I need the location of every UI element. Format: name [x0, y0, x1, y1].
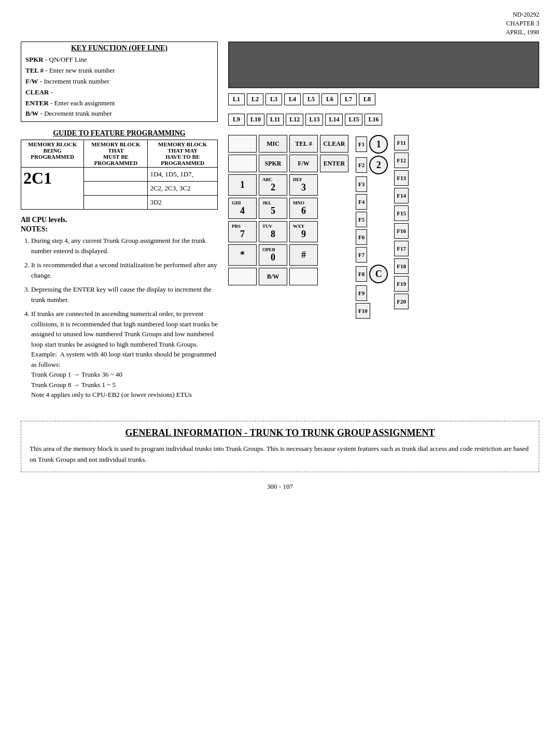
guide-col3-header: MEMORY BLOCK THAT MAYHAVE TO BE PROGRAMM… — [148, 140, 218, 168]
empty-box-0 — [228, 135, 257, 153]
guide-col3-val3: 3D2 — [148, 196, 218, 210]
f3-row: F3 — [356, 176, 388, 192]
f12-btn[interactable]: F12 — [394, 153, 409, 168]
key-7[interactable]: PRS 7 — [228, 221, 257, 242]
keypad-row5: B/W — [228, 268, 348, 285]
key-hash[interactable]: # — [289, 244, 318, 266]
f1-btn[interactable]: F1 — [356, 136, 367, 152]
f13-btn[interactable]: F13 — [394, 170, 409, 186]
tel-btn[interactable]: TEL # — [289, 135, 318, 153]
kf-item-3: F/W - Increment trunk number — [25, 76, 213, 87]
l-buttons-row1: L1 L2 L3 L4 L5 L6 L7 L8 — [228, 93, 539, 105]
f10-row: F10 — [356, 303, 388, 319]
fw-btn[interactable]: F/W — [289, 155, 318, 172]
l12-btn[interactable]: L12 — [286, 114, 303, 126]
guide-col2-val3 — [84, 196, 148, 210]
kf-item-2: TEL # - Enter new trunk number — [25, 65, 213, 76]
key-2[interactable]: ABC 2 — [259, 174, 287, 196]
l13-btn[interactable]: L13 — [305, 114, 323, 126]
bw-btn[interactable]: B/W — [259, 268, 287, 285]
circle-c-btn[interactable]: C — [369, 265, 388, 283]
keypad-row1: 1 ABC 2 DEF 3 — [228, 174, 348, 196]
f7-btn[interactable]: F7 — [356, 247, 367, 263]
empty-box-3 — [289, 268, 318, 285]
f6-btn[interactable]: F6 — [356, 229, 367, 245]
f7-row: F7 — [356, 247, 388, 263]
f19-btn[interactable]: F19 — [394, 276, 409, 292]
f14-btn[interactable]: F14 — [394, 188, 409, 203]
key-5[interactable]: JKL 5 — [259, 198, 287, 219]
spkr-btn[interactable]: SPKR — [259, 155, 287, 172]
key-4[interactable]: GHI 4 — [228, 198, 257, 219]
l9-btn[interactable]: L9 — [228, 114, 245, 126]
main-layout: KEY FUNCTION (OFF LINE) SPKR - QN/OFF Li… — [21, 42, 539, 405]
l5-btn[interactable]: L5 — [303, 93, 319, 105]
f15-btn[interactable]: F15 — [394, 205, 409, 221]
guide-col1-header: MEMORY BLOCK BEINGPROGRAMMED — [21, 140, 84, 168]
f20-btn[interactable]: F20 — [394, 294, 409, 309]
page-number: 300 - 107 — [21, 483, 539, 491]
kf-item-6: B/W - Decrement trunk number — [25, 108, 213, 119]
f4-row: F4 — [356, 194, 388, 210]
l3-btn[interactable]: L3 — [265, 93, 282, 105]
general-info-body: This area of the memory block is used to… — [30, 444, 530, 465]
guide-title: GUIDE TO FEATURE PROGRAMMING — [21, 129, 218, 137]
general-info-section: GENERAL INFORMATION - TRUNK TO TRUNK GRO… — [21, 421, 539, 472]
keypad-row0b: SPKR F/W ENTER — [228, 155, 348, 172]
l4-btn[interactable]: L4 — [284, 93, 301, 105]
circle-1-btn[interactable]: 1 — [369, 135, 388, 154]
f11-btn[interactable]: F11 — [394, 135, 409, 150]
keypad-row2: GHI 4 JKL 5 MNO 6 — [228, 198, 348, 219]
f5-row: F5 — [356, 212, 388, 227]
f2-row: F2 2 — [356, 156, 388, 174]
header-line2: CHAPTER 3 — [21, 19, 539, 28]
circle-2-btn[interactable]: 2 — [369, 156, 388, 174]
f6-row: F6 — [356, 229, 388, 245]
all-cpu-label: All CPU levels. — [21, 216, 218, 224]
f2-btn[interactable]: F2 — [356, 157, 367, 173]
l7-btn[interactable]: L7 — [340, 93, 357, 105]
empty-box-2 — [228, 268, 257, 285]
l10-btn[interactable]: L10 — [247, 114, 264, 126]
key-6[interactable]: MNO 6 — [289, 198, 318, 219]
f18-btn[interactable]: F18 — [394, 258, 409, 274]
notes-list: During step 4, any current Trunk Group a… — [31, 236, 218, 400]
f16-btn[interactable]: F16 — [394, 223, 409, 239]
l14-btn[interactable]: L14 — [325, 114, 343, 126]
guide-col2-val2 — [84, 182, 148, 196]
f8-btn[interactable]: F8 — [356, 266, 367, 282]
f4-btn[interactable]: F4 — [356, 194, 367, 210]
keypad-row3: PRS 7 TUV 8 WXY 9 — [228, 221, 348, 242]
header-line3: APRIL, 1990 — [21, 28, 539, 37]
l16-btn[interactable]: L16 — [365, 114, 382, 126]
f3-btn[interactable]: F3 — [356, 176, 367, 192]
key-0[interactable]: OPER 0 — [259, 244, 287, 266]
enter-btn[interactable]: ENTER — [320, 155, 348, 172]
mic-btn[interactable]: MIC — [259, 135, 287, 153]
fn-left-section: F1 1 F2 2 F3 F4 F5 — [356, 135, 388, 319]
note-item-2: It is recommended that a second initiali… — [31, 260, 218, 280]
f5-btn[interactable]: F5 — [356, 212, 367, 227]
f9-btn[interactable]: F9 — [356, 285, 367, 301]
l8-btn[interactable]: L8 — [359, 93, 375, 105]
l6-btn[interactable]: L6 — [321, 93, 338, 105]
header-line1: ND-20292 — [21, 10, 539, 19]
l2-btn[interactable]: L2 — [247, 93, 263, 105]
key-star[interactable]: * — [228, 244, 257, 266]
key-8[interactable]: TUV 8 — [259, 221, 287, 242]
key-1[interactable]: 1 — [228, 174, 257, 196]
f1-row: F1 1 — [356, 135, 388, 154]
empty-box-1 — [228, 155, 257, 172]
f17-btn[interactable]: F17 — [394, 241, 409, 256]
key-3[interactable]: DEF 3 — [289, 174, 318, 196]
guide-table: MEMORY BLOCK BEINGPROGRAMMED MEMORY BLOC… — [21, 140, 218, 210]
l11-btn[interactable]: L11 — [267, 114, 284, 126]
left-column: KEY FUNCTION (OFF LINE) SPKR - QN/OFF Li… — [21, 42, 218, 405]
display-screen — [228, 42, 539, 88]
f10-btn[interactable]: F10 — [356, 303, 370, 319]
key-9[interactable]: WXY 9 — [289, 221, 318, 242]
clear-btn[interactable]: CLEAR — [320, 135, 348, 153]
l1-btn[interactable]: L1 — [228, 93, 245, 105]
right-column: L1 L2 L3 L4 L5 L6 L7 L8 L9 L10 L11 L12 L… — [228, 42, 539, 319]
l15-btn[interactable]: L15 — [345, 114, 362, 126]
